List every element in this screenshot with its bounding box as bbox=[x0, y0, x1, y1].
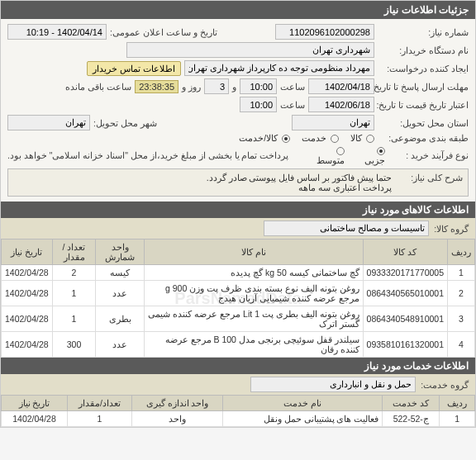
need-details-panel: جزئیات اطلاعات نیاز شماره نیاز: تاریخ و … bbox=[0, 0, 476, 428]
scol-name: نام خدمت bbox=[223, 396, 383, 411]
deadline-label: مهلت ارسال پاسخ تا تاریخ: bbox=[378, 82, 469, 92]
scol-idx: ردیف bbox=[440, 396, 475, 411]
cell-idx: 4 bbox=[448, 332, 475, 358]
province-label: استان محل تحویل: bbox=[378, 118, 469, 128]
buy-type-minor[interactable]: جزیی bbox=[356, 145, 385, 165]
form-area: شماره نیاز: تاریخ و ساعت اعلان عمومی: نا… bbox=[1, 19, 475, 202]
requester-field bbox=[184, 60, 374, 76]
scol-unit: واحد اندازه گیری bbox=[131, 396, 222, 411]
scol-date: تاریخ نیاز bbox=[2, 396, 68, 411]
col-unit: واحد شمارش bbox=[96, 239, 145, 265]
cell-name: فعالیت های پشتیبانی حمل ونقل bbox=[223, 411, 383, 427]
services-section-title: اطلاعات خدمات مورد نیاز bbox=[1, 358, 475, 374]
time-label-2: ساعت bbox=[280, 100, 305, 110]
payment-note: پرداخت تمام یا بخشی از مبلغ خرید،از محل … bbox=[7, 150, 288, 160]
cell-date: 1402/04/28 bbox=[2, 281, 53, 306]
cell-code: 0933320171770005 bbox=[363, 265, 447, 281]
cell-date: 1402/04/28 bbox=[2, 332, 53, 358]
buyer-label: نام دستگاه خریدار: bbox=[378, 45, 469, 55]
table-row[interactable]: 1ج-52-522فعالیت های پشتیبانی حمل ونقلواح… bbox=[2, 411, 475, 427]
panel-title: جزئیات اطلاعات نیاز bbox=[1, 1, 475, 19]
general-text: حتما پیش فاکتور بر اساس فایل پیوستی صادر… bbox=[13, 173, 392, 192]
validity-date-field bbox=[308, 97, 374, 112]
goods-table: ردیف کد کالا نام کالا واحد شمارش تعداد /… bbox=[1, 239, 475, 358]
classify-label: طبقه بندی موضوعی: bbox=[378, 133, 469, 143]
services-group-row: گروه خدمت: bbox=[1, 374, 475, 395]
col-qty: تعداد / مقدار bbox=[52, 239, 96, 265]
services-table: ردیف کد خدمت نام خدمت واحد اندازه گیری ت… bbox=[1, 395, 475, 427]
goods-group-label: گروه کالا: bbox=[434, 224, 469, 234]
time-label-1: ساعت bbox=[280, 82, 305, 92]
city-field bbox=[7, 115, 90, 130]
requester-label: ایجاد کننده درخواست: bbox=[378, 64, 469, 74]
cell-code: 0935810161320001 bbox=[363, 332, 447, 358]
validity-label: اعتبار تاریخ قیمت تا تاریخ: bbox=[378, 100, 469, 110]
cell-unit: عدد bbox=[96, 281, 145, 306]
buy-type-label: نوع فرآیند خرید : bbox=[388, 150, 469, 160]
cell-qty: 1 bbox=[68, 411, 132, 427]
col-code: کد کالا bbox=[363, 239, 447, 265]
classify-kala[interactable]: کالا bbox=[350, 133, 374, 143]
classify-both[interactable]: کالا/خدمت bbox=[239, 133, 290, 143]
table-row[interactable]: 30864340548910001روغن بتونه الیف بطری پت… bbox=[2, 306, 475, 332]
contact-buyer-button[interactable]: اطلاعات تماس خریدار bbox=[87, 61, 181, 76]
cell-unit: عدد bbox=[96, 332, 145, 358]
cell-unit: بطری bbox=[96, 306, 145, 332]
services-group-field bbox=[250, 377, 416, 392]
goods-section-title: اطلاعات کالاهای مورد نیاز bbox=[1, 202, 475, 218]
table-row[interactable]: 10933320171770005گچ ساختمانی کیسه 50 kg … bbox=[2, 265, 475, 281]
days-field bbox=[204, 78, 229, 94]
table-row[interactable]: 20864340565010001روغن بتونه الیف نوع بست… bbox=[2, 281, 475, 306]
services-group-label: گروه خدمت: bbox=[421, 380, 469, 390]
cell-date: 1402/04/28 bbox=[2, 306, 53, 332]
city-label: شهر محل تحویل: bbox=[93, 118, 157, 128]
cell-idx: 2 bbox=[448, 281, 475, 306]
cell-idx: 1 bbox=[440, 411, 475, 427]
cell-qty: 2 bbox=[52, 265, 96, 281]
table-row[interactable]: 40935810161320001سیلندر قفل سوئیچی برنجی… bbox=[2, 332, 475, 358]
classify-khadamat[interactable]: خدمت bbox=[302, 133, 339, 143]
general-label: شرح کلی نیاز: bbox=[397, 173, 463, 183]
cell-unit: واحد bbox=[131, 411, 222, 427]
col-date: تاریخ نیاز bbox=[2, 239, 53, 265]
cell-idx: 1 bbox=[448, 265, 475, 281]
cell-qty: 300 bbox=[52, 332, 96, 358]
cell-date: 1402/04/28 bbox=[2, 411, 68, 427]
cell-code: ج-52-522 bbox=[383, 411, 440, 427]
need-no-field bbox=[275, 24, 374, 40]
goods-group-field bbox=[264, 221, 429, 236]
cell-code: 0864340548910001 bbox=[363, 306, 447, 332]
cell-code: 0864340565010001 bbox=[363, 281, 447, 306]
deadline-time-field bbox=[240, 78, 277, 94]
announce-label: تاریخ و ساعت اعلان عمومی: bbox=[110, 27, 217, 37]
cell-qty: 1 bbox=[52, 306, 96, 332]
cell-name: سیلندر قفل سوئیچی برنجی مدل B 100 مرجع ع… bbox=[145, 332, 363, 358]
buyer-field bbox=[126, 42, 374, 58]
validity-time-field bbox=[240, 97, 277, 112]
buy-type-medium[interactable]: متوسط bbox=[308, 145, 344, 165]
cell-date: 1402/04/28 bbox=[2, 265, 53, 281]
days-suffix: روز و bbox=[182, 82, 201, 92]
province-field bbox=[292, 115, 374, 130]
countdown: 23:38:35 bbox=[135, 80, 178, 93]
need-no-label: شماره نیاز: bbox=[378, 27, 469, 37]
cell-name: گچ ساختمانی کیسه 50 kg گچ پدیده bbox=[145, 265, 363, 281]
cell-qty: 1 bbox=[52, 281, 96, 306]
countdown-suffix: ساعت باقی مانده bbox=[65, 82, 131, 92]
general-desc-box: شرح کلی نیاز: حتما پیش فاکتور بر اساس فا… bbox=[7, 168, 469, 197]
goods-group-row: گروه کالا: bbox=[1, 218, 475, 239]
cell-idx: 3 bbox=[448, 306, 475, 332]
cell-name: روغن بتونه الیف بطری پت 1 Lit مرجع عرضه … bbox=[145, 306, 363, 332]
cell-name: روغن بتونه الیف نوع بسته بندی ظرف پت وزن… bbox=[145, 281, 363, 306]
announce-field bbox=[7, 24, 107, 40]
scol-code: کد خدمت bbox=[383, 396, 440, 411]
and-label: و bbox=[232, 82, 236, 92]
scol-qty: تعداد/مقدار bbox=[68, 396, 132, 411]
deadline-date-field bbox=[308, 78, 374, 94]
col-idx: ردیف bbox=[448, 239, 475, 265]
cell-unit: کیسه bbox=[96, 265, 145, 281]
col-name: نام کالا bbox=[145, 239, 363, 265]
